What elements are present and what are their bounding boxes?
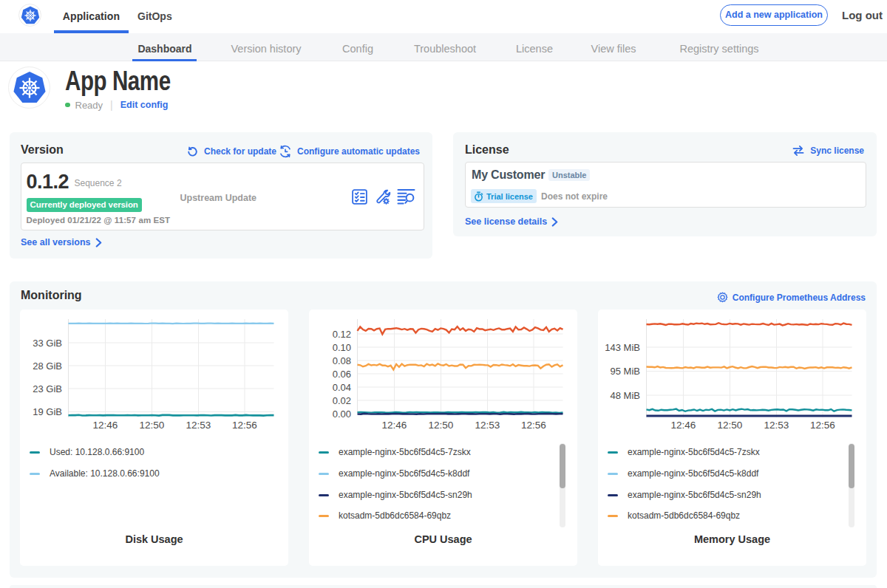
svg-text:0.02: 0.02	[333, 395, 351, 406]
svg-text:12:46: 12:46	[671, 420, 696, 431]
svg-text:48 MiB: 48 MiB	[611, 390, 640, 401]
svg-text:0.04: 0.04	[333, 382, 351, 393]
svg-text:0.08: 0.08	[333, 355, 351, 366]
svg-text:12:56: 12:56	[810, 420, 835, 431]
svg-text:33 GiB: 33 GiB	[33, 338, 62, 349]
svg-text:12:56: 12:56	[232, 420, 257, 431]
svg-text:0.10: 0.10	[333, 342, 351, 353]
svg-text:12:50: 12:50	[140, 420, 165, 431]
svg-text:0.06: 0.06	[333, 369, 351, 380]
svg-text:95 MiB: 95 MiB	[611, 366, 640, 377]
svg-text:143 MiB: 143 MiB	[605, 342, 640, 353]
svg-text:28 GiB: 28 GiB	[33, 360, 62, 372]
svg-text:12:50: 12:50	[718, 420, 743, 431]
svg-text:23 GiB: 23 GiB	[33, 383, 62, 394]
svg-text:12:56: 12:56	[521, 420, 546, 431]
svg-text:0.12: 0.12	[333, 329, 351, 340]
svg-text:12:53: 12:53	[186, 420, 211, 431]
svg-text:12:46: 12:46	[93, 420, 118, 431]
svg-text:12:53: 12:53	[764, 420, 789, 431]
svg-text:0.00: 0.00	[333, 408, 351, 420]
svg-text:12:50: 12:50	[429, 420, 454, 431]
svg-text:19 GiB: 19 GiB	[33, 406, 62, 417]
svg-text:12:53: 12:53	[475, 420, 500, 431]
svg-text:12:46: 12:46	[382, 420, 407, 431]
